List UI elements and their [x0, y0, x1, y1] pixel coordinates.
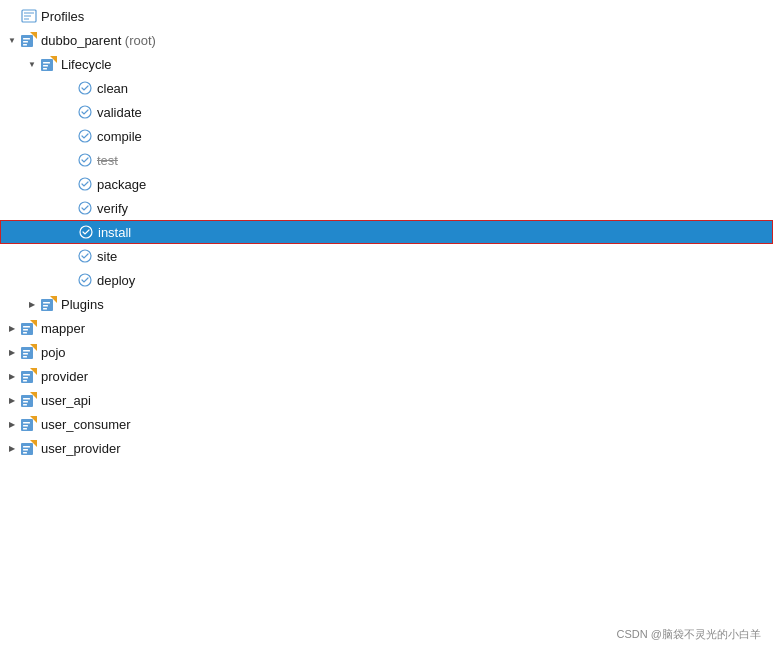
user-provider-icon — [20, 439, 38, 457]
svg-rect-50 — [23, 422, 30, 424]
module-provider[interactable]: provider — [0, 364, 773, 388]
lifecycle-clean[interactable]: clean — [0, 76, 773, 100]
lifecycle-site[interactable]: site — [0, 244, 773, 268]
tree-container: Profiles dubbo_parent (root) — [0, 0, 773, 464]
plugins-toggle[interactable] — [24, 296, 40, 312]
lifecycle-item[interactable]: Lifecycle — [0, 52, 773, 76]
user-consumer-toggle[interactable] — [4, 416, 20, 432]
module-user-consumer[interactable]: user_consumer — [0, 412, 773, 436]
verify-toggle-spacer — [60, 200, 76, 216]
lifecycle-package[interactable]: package — [0, 172, 773, 196]
lifecycle-validate[interactable]: validate — [0, 100, 773, 124]
install-toggle-spacer — [61, 224, 77, 240]
svg-rect-42 — [23, 380, 27, 382]
deploy-icon — [76, 271, 94, 289]
pojo-toggle[interactable] — [4, 344, 20, 360]
svg-point-16 — [79, 130, 91, 142]
plugins-icon — [40, 295, 58, 313]
lifecycle-install[interactable]: install — [0, 220, 773, 244]
svg-point-20 — [80, 226, 92, 238]
root-label: dubbo_parent (root) — [41, 33, 156, 48]
lifecycle-toggle[interactable] — [24, 56, 40, 72]
lifecycle-test[interactable]: test — [0, 148, 773, 172]
user-provider-toggle[interactable] — [4, 440, 20, 456]
provider-toggle[interactable] — [4, 368, 20, 384]
lifecycle-deploy[interactable]: deploy — [0, 268, 773, 292]
svg-rect-45 — [23, 398, 30, 400]
svg-rect-31 — [23, 329, 28, 331]
test-icon — [76, 151, 94, 169]
profiles-toggle — [4, 8, 20, 24]
install-icon — [77, 223, 95, 241]
profiles-item[interactable]: Profiles — [0, 4, 773, 28]
package-label: package — [97, 177, 146, 192]
test-label: test — [97, 153, 118, 168]
provider-label: provider — [41, 369, 88, 384]
compile-icon — [76, 127, 94, 145]
clean-icon — [76, 79, 94, 97]
svg-rect-12 — [43, 65, 48, 67]
plugins-label: Plugins — [61, 297, 104, 312]
module-mapper[interactable]: mapper — [0, 316, 773, 340]
plugins-item[interactable]: Plugins — [0, 292, 773, 316]
package-toggle-spacer — [60, 176, 76, 192]
site-label: site — [97, 249, 117, 264]
pojo-icon — [20, 343, 38, 361]
svg-rect-40 — [23, 374, 30, 376]
test-toggle-spacer — [60, 152, 76, 168]
svg-rect-41 — [23, 377, 28, 379]
validate-toggle-spacer — [60, 104, 76, 120]
svg-point-21 — [79, 250, 91, 262]
deploy-label: deploy — [97, 273, 135, 288]
lifecycle-label: Lifecycle — [61, 57, 112, 72]
module-user-provider[interactable]: user_provider — [0, 436, 773, 460]
clean-toggle-spacer — [60, 80, 76, 96]
compile-toggle-spacer — [60, 128, 76, 144]
svg-rect-30 — [23, 326, 30, 328]
root-toggle[interactable] — [4, 32, 20, 48]
svg-point-17 — [79, 154, 91, 166]
user-api-icon — [20, 391, 38, 409]
svg-rect-57 — [23, 452, 27, 454]
mapper-toggle[interactable] — [4, 320, 20, 336]
lifecycle-verify[interactable]: verify — [0, 196, 773, 220]
svg-point-14 — [79, 82, 91, 94]
svg-rect-46 — [23, 401, 28, 403]
profiles-label: Profiles — [41, 9, 84, 24]
svg-rect-27 — [43, 308, 47, 310]
svg-point-19 — [79, 202, 91, 214]
root-icon — [20, 31, 38, 49]
user-consumer-icon — [20, 415, 38, 433]
compile-label: compile — [97, 129, 142, 144]
maven-panel: Profiles dubbo_parent (root) — [0, 0, 773, 650]
pojo-label: pojo — [41, 345, 66, 360]
svg-rect-51 — [23, 425, 28, 427]
validate-icon — [76, 103, 94, 121]
svg-rect-25 — [43, 302, 50, 304]
provider-icon — [20, 367, 38, 385]
verify-icon — [76, 199, 94, 217]
svg-rect-13 — [43, 68, 47, 70]
user-api-toggle[interactable] — [4, 392, 20, 408]
svg-rect-6 — [23, 38, 30, 40]
svg-rect-47 — [23, 404, 27, 406]
profiles-icon — [20, 7, 38, 25]
mapper-label: mapper — [41, 321, 85, 336]
mapper-icon — [20, 319, 38, 337]
svg-rect-32 — [23, 332, 27, 334]
user-provider-label: user_provider — [41, 441, 121, 456]
svg-rect-52 — [23, 428, 27, 430]
watermark: CSDN @脑袋不灵光的小白羊 — [617, 627, 761, 642]
module-user-api[interactable]: user_api — [0, 388, 773, 412]
validate-label: validate — [97, 105, 142, 120]
verify-label: verify — [97, 201, 128, 216]
lifecycle-compile[interactable]: compile — [0, 124, 773, 148]
svg-rect-8 — [23, 44, 27, 46]
module-pojo[interactable]: pojo — [0, 340, 773, 364]
root-item[interactable]: dubbo_parent (root) — [0, 28, 773, 52]
user-api-label: user_api — [41, 393, 91, 408]
site-icon — [76, 247, 94, 265]
svg-rect-26 — [43, 305, 48, 307]
package-icon — [76, 175, 94, 193]
svg-point-15 — [79, 106, 91, 118]
